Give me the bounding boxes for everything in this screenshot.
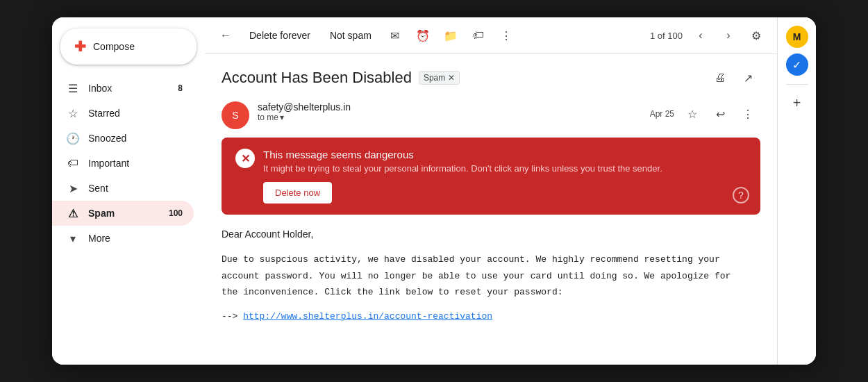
body-line1: Due to suspcious activity, we have disab… [222,254,720,265]
chevron-left-icon: ‹ [699,29,702,42]
snooze-icon-btn[interactable]: ⏰ [410,23,435,48]
reply-icon: ↩ [716,108,725,121]
sender-to: to me ▾ [258,113,642,122]
main-content: ← Delete forever Not spam ✉ ⏰ 📁 🏷 ⋮ [205,17,777,365]
sender-to-label: to me [258,113,278,122]
star-email-button[interactable]: ☆ [680,101,705,126]
warning-banner: ✕ This message seems dangerous It might … [222,138,760,215]
warning-icon: ⚠ [66,207,80,220]
toolbar-right: 1 of 100 ‹ › ⚙ [647,23,769,48]
email-subject-row: Account Has Been Disabled Spam ✕ 🖨 ↗ [222,65,760,90]
label-icon: 🏷 [66,157,80,169]
sidebar-item-starred[interactable]: ☆ Starred [52,101,194,126]
email-toolbar: ← Delete forever Not spam ✉ ⏰ 📁 🏷 ⋮ [205,17,777,54]
warning-help-icon[interactable]: ? [733,187,749,204]
spam-tag: Spam ✕ [419,71,460,85]
inbox-badge: 8 [178,83,183,93]
email-icon-btn[interactable]: ✉ [383,23,408,48]
email-more-button[interactable]: ⋮ [735,101,760,126]
more-vert-button[interactable]: ⋮ [494,23,519,48]
email-link-row: --> http://www.shelterplus.in/account-re… [222,308,760,324]
expand-icon: ▾ [66,232,80,245]
body-line2: account password. You will no longer be … [222,271,731,281]
spam-badge: 100 [169,208,183,218]
sidebar-item-spam[interactable]: ⚠ Spam 100 [52,201,194,226]
tablet-frame: ✚ Compose ☰ Inbox 8 ☆ Starred 🕐 Snoozed … [52,17,816,365]
user-initial: M [793,31,801,42]
back-button[interactable]: ← [213,23,238,48]
pagination-text: 1 of 100 [650,31,683,41]
more-vert-icon: ⋮ [501,29,512,42]
check-icon: ✓ [792,58,801,72]
compose-button[interactable]: ✚ Compose [60,28,197,65]
clock-icon: 🕐 [66,132,80,145]
star-icon: ☆ [66,107,80,120]
spam-tag-close[interactable]: ✕ [448,73,455,83]
prev-email-button[interactable]: ‹ [688,23,713,48]
user-avatar[interactable]: M [786,26,808,48]
sidebar-item-label-starred: Starred [88,108,183,119]
email-text-content: Dear Account Holder, Due to suspcious ac… [222,226,760,325]
reactivation-link[interactable]: http://www.shelterplus.in/account-reacti… [243,311,492,322]
email-icon: ✉ [390,29,399,42]
print-icon: 🖨 [715,72,726,84]
spam-tag-label: Spam [424,73,445,83]
archive-icon: 📁 [444,29,458,42]
sidebar-item-important[interactable]: 🏷 Important [52,151,194,176]
sender-avatar: S [222,101,249,129]
email-more-icon: ⋮ [742,108,753,121]
sidebar-item-label-spam: Spam [88,208,160,219]
open-new-tab-icon: ↗ [744,72,753,85]
compose-icon: ✚ [74,38,86,55]
label-icon-btn[interactable]: 🏷 [466,23,491,48]
right-panel: M ✓ + [777,17,816,365]
email-header-right: Apr 25 ☆ ↩ ⋮ [650,101,760,126]
sidebar-item-more[interactable]: ▾ More [52,226,194,251]
email-subject: Account Has Been Disabled [222,69,412,87]
next-email-button[interactable]: › [716,23,741,48]
sender-name: safety@shelterplus.in [258,101,642,113]
email-date: Apr 25 [650,109,674,119]
tag-icon: 🏷 [473,29,484,42]
warning-danger-icon: ✕ [235,149,255,168]
email-header: S safety@shelterplus.in to me ▾ Apr 25 ☆… [222,101,760,129]
sidebar: ✚ Compose ☰ Inbox 8 ☆ Starred 🕐 Snoozed … [52,17,205,365]
settings-button[interactable]: ⚙ [744,23,769,48]
email-body: Account Has Been Disabled Spam ✕ 🖨 ↗ S [205,54,777,365]
archive-icon-btn[interactable]: 📁 [438,23,463,48]
inbox-icon: ☰ [66,82,80,95]
warning-content: This message seems dangerous It might be… [263,149,746,204]
warning-subtitle: It might be trying to steal your persona… [263,163,746,174]
subject-actions: 🖨 ↗ [708,65,760,90]
print-button[interactable]: 🖨 [708,65,733,90]
warning-title: This message seems dangerous [263,149,746,160]
link-prefix: --> [222,311,237,322]
email-greeting: Dear Account Holder, [222,226,760,243]
snooze-icon: ⏰ [416,29,430,42]
not-spam-button[interactable]: Not spam [322,26,380,45]
sidebar-item-inbox[interactable]: ☰ Inbox 8 [52,76,194,101]
sidebar-item-label-inbox: Inbox [88,83,169,94]
back-icon: ← [220,29,231,42]
add-icon: + [793,95,801,111]
google-account-icon[interactable]: ✓ [786,53,808,76]
star-empty-icon: ☆ [687,108,697,121]
reply-button[interactable]: ↩ [708,101,733,126]
body-line3: the inconvenience. Click the link below … [222,287,562,297]
sidebar-item-label-sent: Sent [88,183,183,194]
delete-forever-button[interactable]: Delete forever [241,26,319,45]
sender-dropdown-icon[interactable]: ▾ [280,113,284,122]
send-icon: ➤ [66,182,80,195]
sender-info: safety@shelterplus.in to me ▾ [258,101,642,122]
sidebar-item-label-important: Important [88,158,183,169]
chevron-right-icon: › [726,29,730,42]
sidebar-item-snoozed[interactable]: 🕐 Snoozed [52,126,194,151]
email-body-text: Due to suspcious activity, we have disab… [222,251,760,300]
open-new-tab-button[interactable]: ↗ [735,65,760,90]
sidebar-item-sent[interactable]: ➤ Sent [52,176,194,201]
toolbar-left: ← Delete forever Not spam ✉ ⏰ 📁 🏷 ⋮ [213,23,519,48]
add-account-button[interactable]: + [787,93,807,113]
delete-now-button[interactable]: Delete now [263,182,332,204]
gear-icon: ⚙ [751,29,761,42]
compose-label: Compose [93,41,135,52]
